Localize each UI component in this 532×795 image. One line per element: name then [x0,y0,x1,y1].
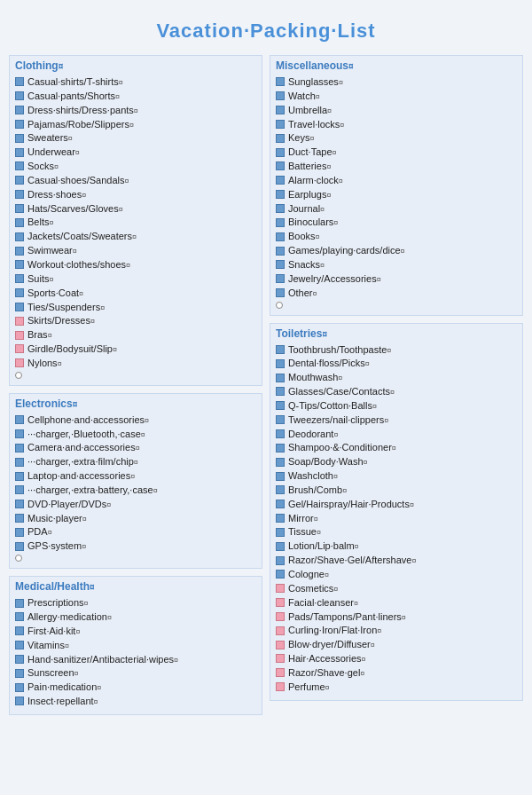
checkbox[interactable] [15,683,24,692]
list-item[interactable]: Casual·shirts/T-shirts [15,75,256,89]
list-item[interactable]: Sweaters [15,131,256,145]
checkbox[interactable] [276,260,285,269]
list-item[interactable]: Mouthwash [276,371,517,384]
list-item[interactable]: Girdle/Bodysuit/Slip [15,342,256,356]
list-item[interactable]: Dental·floss/Picks [276,357,517,370]
list-item[interactable]: Watch [276,90,517,103]
checkbox[interactable] [276,401,285,410]
checkbox[interactable] [276,444,285,453]
list-item[interactable]: Sunglasses [276,75,517,89]
list-item[interactable]: Razor/Shave·Gel/Aftershave [276,554,517,567]
checkbox[interactable] [276,598,285,607]
list-item[interactable]: Other [276,287,517,300]
list-item[interactable]: Workout·clothes/shoes [15,258,256,272]
checkbox[interactable] [15,669,24,678]
checkbox[interactable] [15,260,24,269]
checkbox[interactable] [276,106,285,114]
checkbox[interactable] [15,485,24,494]
list-item[interactable]: Tissue [276,525,517,539]
list-item[interactable]: Jackets/Coats/Sweaters [15,230,256,243]
list-item[interactable]: Perfume [276,681,517,694]
checkbox[interactable] [15,599,24,608]
checkbox[interactable] [276,641,285,649]
checkbox[interactable] [276,204,285,213]
list-item[interactable]: Pajamas/Robe/Slippers [15,118,256,131]
list-item[interactable]: Brush/Comb [276,484,517,497]
list-item[interactable]: Gel/Hairspray/Hair·Products [276,498,517,511]
list-item[interactable]: Sunscreen [15,666,256,680]
checkbox[interactable] [276,232,285,241]
list-item[interactable]: ···charger,·Bluetooth,·case [15,428,256,441]
checkbox[interactable] [15,190,24,199]
list-item[interactable]: Snacks [276,258,517,272]
checkbox[interactable] [15,232,24,241]
checkbox[interactable] [15,303,24,311]
checkbox[interactable] [15,655,24,664]
checkbox[interactable] [15,148,24,157]
list-item[interactable]: Games/playing·cards/dice [276,244,517,257]
list-item[interactable]: First·Aid·kit [15,625,256,638]
list-item[interactable]: Socks [15,160,256,173]
checkbox[interactable] [276,682,285,691]
checkbox[interactable] [276,500,285,508]
list-item[interactable]: Lotion/Lip·balm [276,539,517,553]
list-item[interactable]: DVD·Player/DVDs [15,498,256,511]
list-item[interactable]: Hand·sanitizer/Antibacterial·wipes [15,653,256,666]
checkbox[interactable] [15,317,24,326]
checkbox[interactable] [276,161,285,170]
list-item[interactable]: Glasses/Case/Contacts [276,385,517,398]
list-item[interactable]: Binoculars [276,216,517,229]
list-item[interactable]: Ties/Suspenders [15,301,256,314]
checkbox[interactable] [15,697,24,705]
list-item[interactable]: Suits [15,272,256,286]
checkbox[interactable] [276,345,285,354]
checkbox[interactable] [15,415,24,424]
checkbox[interactable] [276,654,285,663]
checkbox[interactable] [15,641,24,649]
list-item[interactable]: ···charger,·extra·film/chip [15,455,256,468]
checkbox[interactable] [15,274,24,283]
list-item[interactable]: Keys [276,131,517,145]
checkbox[interactable] [276,387,285,396]
list-item[interactable]: Soap/Body·Wash [276,455,517,468]
checkbox[interactable] [276,274,285,283]
list-item[interactable]: Laptop·and·accessories [15,469,256,483]
list-item[interactable]: Shampoo·&·Conditioner [276,441,517,454]
checkbox[interactable] [15,134,24,143]
checkbox[interactable] [276,626,285,635]
list-item[interactable]: Swimwear [15,244,256,257]
list-item[interactable]: GPS·system [15,539,256,553]
checkbox[interactable] [15,218,24,227]
checkbox[interactable] [276,612,285,621]
checkbox[interactable] [15,288,24,297]
checkbox[interactable] [15,514,24,523]
checkbox[interactable] [15,612,24,621]
checkbox[interactable] [15,458,24,467]
checkbox[interactable] [276,514,285,523]
checkbox[interactable] [276,91,285,100]
list-item[interactable]: Camera·and·accessories [15,441,256,454]
list-item[interactable]: Cellphone·and·accessories [15,413,256,427]
checkbox[interactable] [276,218,285,227]
list-item[interactable]: Casual·shoes/Sandals [15,174,256,187]
list-item[interactable]: Cosmetics [276,582,517,595]
checkbox[interactable] [276,120,285,129]
list-item[interactable]: Allergy·medication [15,610,256,624]
list-item[interactable]: Skirts/Dresses [15,314,256,327]
checkbox[interactable] [276,556,285,565]
checkbox[interactable] [276,584,285,593]
list-item[interactable]: Vitamins [15,639,256,652]
list-item[interactable]: Hats/Scarves/Gloves [15,202,256,216]
checkbox[interactable] [15,120,24,129]
checkbox[interactable] [276,176,285,185]
list-item[interactable]: Travel·locks [276,118,517,131]
checkbox[interactable] [276,134,285,143]
checkbox[interactable] [15,528,24,537]
list-item[interactable]: Facial·cleanser [276,596,517,610]
checkbox[interactable] [15,106,24,114]
list-item[interactable]: Q-Tips/Cotton·Balls [276,399,517,413]
checkbox[interactable] [15,626,24,635]
checkbox[interactable] [276,77,285,86]
list-item[interactable]: Sports·Coat [15,287,256,300]
list-item[interactable]: Hair·Accessories [276,652,517,665]
